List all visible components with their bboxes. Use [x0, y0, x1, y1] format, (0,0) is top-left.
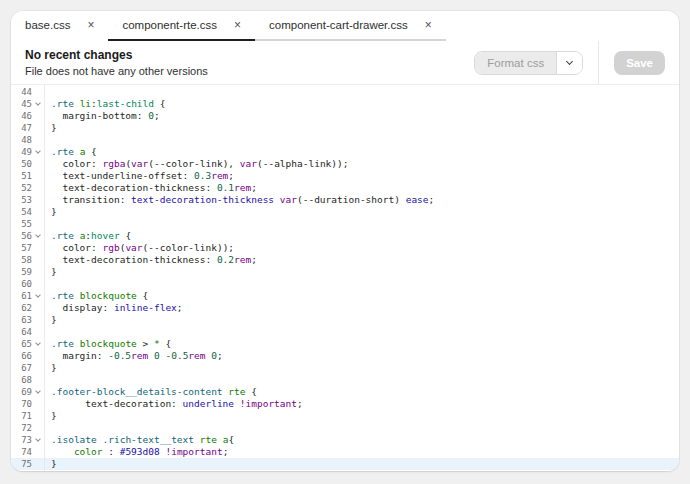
fold-spacer	[32, 422, 44, 434]
tab-component-rte-css[interactable]: component-rte.css ×	[108, 11, 255, 41]
code-text: }	[44, 314, 57, 326]
line-number: 70	[11, 398, 32, 410]
code-text: .rte blockquote {	[44, 290, 148, 302]
code-line[interactable]: 60	[11, 278, 679, 290]
code-line[interactable]: 58 text-decoration-thickness: 0.2rem;	[11, 254, 679, 266]
close-tab-icon[interactable]: ×	[425, 19, 432, 31]
line-number: 48	[11, 134, 32, 146]
code-text: }	[44, 122, 57, 134]
code-text	[44, 134, 51, 146]
code-line[interactable]: 52 text-decoration-thickness: 0.1rem;	[11, 182, 679, 194]
code-line[interactable]: 57 color: rgb(var(--color-link));	[11, 242, 679, 254]
code-line[interactable]: 74 color : #593d08 !important;	[11, 446, 679, 458]
fold-spacer	[32, 326, 44, 338]
code-line[interactable]: 61.rte blockquote {	[11, 290, 679, 302]
format-css-button[interactable]: Format css	[475, 52, 556, 74]
fold-spacer	[32, 194, 44, 206]
code-line[interactable]: 73.isolate .rich-text__text rte a{	[11, 434, 679, 446]
code-editor[interactable]: 4445.rte li:last-child {46 margin-bottom…	[11, 85, 679, 471]
code-line[interactable]: 44	[11, 86, 679, 98]
code-line[interactable]: 71}	[11, 410, 679, 422]
close-tab-icon[interactable]: ×	[234, 19, 241, 31]
line-number: 45	[11, 98, 32, 110]
save-button[interactable]: Save	[614, 51, 665, 75]
code-line[interactable]: 53 transition: text-decoration-thickness…	[11, 194, 679, 206]
fold-spacer	[32, 374, 44, 386]
code-line[interactable]: 49.rte a {	[11, 146, 679, 158]
code-text	[44, 86, 51, 98]
line-number: 50	[11, 158, 32, 170]
line-number: 62	[11, 302, 32, 314]
code-line[interactable]: 51 text-underline-offset: 0.3rem;	[11, 170, 679, 182]
code-text: }	[44, 266, 57, 278]
code-line[interactable]: 55	[11, 218, 679, 230]
fold-icon[interactable]	[32, 386, 44, 398]
code-text	[44, 326, 51, 338]
code-text	[44, 218, 51, 230]
fold-icon[interactable]	[32, 290, 44, 302]
code-text: color : #593d08 !important;	[44, 446, 228, 458]
line-number: 47	[11, 122, 32, 134]
code-line[interactable]: 63}	[11, 314, 679, 326]
line-number: 57	[11, 242, 32, 254]
code-line[interactable]: 66 margin: -0.5rem 0 -0.5rem 0;	[11, 350, 679, 362]
code-line[interactable]: 54}	[11, 206, 679, 218]
code-text: text-decoration: underline !important;	[44, 398, 303, 410]
code-line[interactable]: 69.footer-block__details-content rte {	[11, 386, 679, 398]
code-line[interactable]: 67}	[11, 362, 679, 374]
code-line[interactable]: 65.rte blockquote > * {	[11, 338, 679, 350]
line-number: 65	[11, 338, 32, 350]
fold-icon[interactable]	[32, 230, 44, 242]
fold-spacer	[32, 314, 44, 326]
format-options-dropdown[interactable]	[556, 52, 582, 74]
code-text: .rte blockquote > * {	[44, 338, 171, 350]
fold-spacer	[32, 278, 44, 290]
code-line[interactable]: 64	[11, 326, 679, 338]
fold-spacer	[32, 302, 44, 314]
line-number: 63	[11, 314, 32, 326]
line-number: 60	[11, 278, 32, 290]
code-line[interactable]: 48	[11, 134, 679, 146]
code-line[interactable]: 68	[11, 374, 679, 386]
fold-spacer	[32, 446, 44, 458]
code-line[interactable]: 50 color: rgba(var(--color-link), var(--…	[11, 158, 679, 170]
code-line[interactable]: 62 display: inline-flex;	[11, 302, 679, 314]
code-text: margin-bottom: 0;	[44, 110, 160, 122]
tab-base-css[interactable]: base.css ×	[11, 11, 108, 41]
code-line[interactable]: 46 margin-bottom: 0;	[11, 110, 679, 122]
fold-spacer	[32, 182, 44, 194]
code-line[interactable]: 59}	[11, 266, 679, 278]
code-line[interactable]: 56.rte a:hover {	[11, 230, 679, 242]
code-line[interactable]: 45.rte li:last-child {	[11, 98, 679, 110]
code-text	[44, 422, 51, 434]
version-status-title: No recent changes	[25, 48, 208, 62]
close-tab-icon[interactable]: ×	[87, 19, 94, 31]
fold-icon[interactable]	[32, 338, 44, 350]
code-text: transition: text-decoration-thickness va…	[44, 194, 434, 206]
fold-spacer	[32, 362, 44, 374]
tab-label: base.css	[25, 19, 70, 31]
fold-icon[interactable]	[32, 434, 44, 446]
code-line[interactable]: 72	[11, 422, 679, 434]
format-css-split-button: Format css	[474, 51, 583, 75]
line-number: 72	[11, 422, 32, 434]
code-text: .rte a:hover {	[44, 230, 131, 242]
code-text: }	[44, 410, 57, 422]
tab-component-cart-drawer-css[interactable]: component-cart-drawer.css ×	[255, 11, 446, 41]
line-number: 75	[11, 458, 32, 470]
line-number: 54	[11, 206, 32, 218]
fold-icon[interactable]	[32, 98, 44, 110]
code-text: }	[44, 362, 57, 374]
fold-spacer	[32, 170, 44, 182]
line-number: 46	[11, 110, 32, 122]
line-number: 71	[11, 410, 32, 422]
line-number: 64	[11, 326, 32, 338]
code-text: color: rgb(var(--color-link));	[44, 242, 234, 254]
fold-spacer	[32, 254, 44, 266]
tab-bar: base.css × component-rte.css × component…	[11, 11, 679, 41]
code-line[interactable]: 47}	[11, 122, 679, 134]
fold-icon[interactable]	[32, 146, 44, 158]
code-line[interactable]: 75}	[11, 458, 679, 470]
fold-spacer	[32, 218, 44, 230]
code-line[interactable]: 70 text-decoration: underline !important…	[11, 398, 679, 410]
